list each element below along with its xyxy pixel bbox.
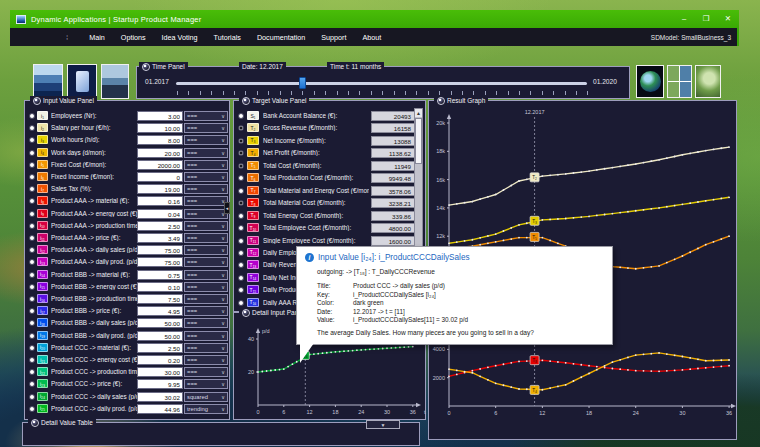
input-value-field[interactable]: 8.00 xyxy=(137,135,183,145)
menu-item-options[interactable]: Options xyxy=(113,33,154,42)
input-radio[interactable] xyxy=(29,284,35,290)
nav-thumbnail-door[interactable] xyxy=(67,64,97,99)
input-radio[interactable] xyxy=(29,259,35,265)
menu-item-main[interactable]: Main xyxy=(81,33,113,42)
menu-grip-icon[interactable]: ⁞ xyxy=(66,33,67,42)
input-mode-dropdown[interactable]: ===∨ xyxy=(184,209,228,219)
target-radio[interactable] xyxy=(238,200,244,206)
input-value-field[interactable]: 75.00 xyxy=(137,257,183,267)
input-value-field[interactable]: 3.00 xyxy=(137,111,183,121)
maximize-button[interactable]: ❐ xyxy=(695,10,717,28)
input-value-field[interactable]: 4.95 xyxy=(137,306,183,316)
target-radio[interactable] xyxy=(238,138,244,144)
input-value-field[interactable]: 0.16 xyxy=(137,196,183,206)
input-value-field[interactable]: 10.00 xyxy=(137,123,183,133)
scrollbar-thumb[interactable] xyxy=(415,118,422,164)
input-radio[interactable] xyxy=(29,235,35,241)
input-value-field[interactable]: 3.49 xyxy=(137,233,183,243)
input-mode-dropdown[interactable]: ===∨ xyxy=(184,123,228,133)
time-slider-track[interactable] xyxy=(176,82,587,85)
menu-item-idea-voting[interactable]: Idea Voting xyxy=(154,33,206,42)
garden-button[interactable] xyxy=(695,65,721,98)
input-value-field[interactable]: 2.50 xyxy=(137,343,183,353)
input-radio[interactable] xyxy=(29,198,35,204)
panel-splitter-handle[interactable]: ◂ xyxy=(224,202,230,214)
input-mode-dropdown[interactable]: ===∨ xyxy=(184,367,228,377)
input-mode-dropdown[interactable]: ===∨ xyxy=(184,245,228,255)
input-value-field[interactable]: 19.00 xyxy=(137,184,183,194)
input-mode-dropdown[interactable]: trending∨ xyxy=(184,404,228,414)
input-value-field[interactable]: 0.10 xyxy=(137,282,183,292)
input-mode-dropdown[interactable]: ===∨ xyxy=(184,270,228,280)
input-value-field[interactable]: 2000.00 xyxy=(137,160,183,170)
input-radio[interactable] xyxy=(29,162,35,168)
menu-item-about[interactable]: About xyxy=(354,33,389,42)
input-radio[interactable] xyxy=(29,320,35,326)
input-radio[interactable] xyxy=(29,357,35,363)
target-radio[interactable] xyxy=(238,113,244,119)
input-value-field[interactable]: 20.00 xyxy=(137,148,183,158)
minimize-button[interactable]: – xyxy=(673,10,695,28)
input-value-field[interactable]: 30.00 xyxy=(137,367,183,377)
input-radio[interactable] xyxy=(29,381,35,387)
input-radio[interactable] xyxy=(29,308,35,314)
input-radio[interactable] xyxy=(29,223,35,229)
input-radio[interactable] xyxy=(29,174,35,180)
nav-thumbnail-harbor[interactable] xyxy=(101,64,129,99)
input-value-field[interactable]: 9.95 xyxy=(137,379,183,389)
input-radio[interactable] xyxy=(29,296,35,302)
input-radio[interactable] xyxy=(29,137,35,143)
target-radio[interactable] xyxy=(238,188,244,194)
input-value-field[interactable]: 7.50 xyxy=(137,294,183,304)
target-radio[interactable] xyxy=(238,175,244,181)
input-radio[interactable] xyxy=(29,406,35,412)
input-mode-dropdown[interactable]: ===∨ xyxy=(184,172,228,182)
input-mode-dropdown[interactable]: ===∨ xyxy=(184,184,228,194)
input-mode-dropdown[interactable]: squared∨ xyxy=(184,392,228,402)
input-radio[interactable] xyxy=(29,247,35,253)
menu-item-support[interactable]: Support xyxy=(313,33,354,42)
input-mode-dropdown[interactable]: ===∨ xyxy=(184,282,228,292)
input-radio[interactable] xyxy=(29,113,35,119)
input-value-field[interactable]: 44.96 xyxy=(137,404,183,414)
menu-item-documentation[interactable]: Documentation xyxy=(249,33,313,42)
input-mode-dropdown[interactable]: ===∨ xyxy=(184,221,228,231)
input-radio[interactable] xyxy=(29,186,35,192)
input-radio[interactable] xyxy=(29,394,35,400)
menu-item-tutorials[interactable]: Tutorials xyxy=(206,33,249,42)
target-radio[interactable] xyxy=(238,225,244,231)
input-radio[interactable] xyxy=(29,345,35,351)
input-value-field[interactable]: 30.02 xyxy=(137,392,183,402)
input-radio[interactable] xyxy=(29,125,35,131)
input-value-field[interactable]: 0 xyxy=(137,172,183,182)
input-value-field[interactable]: 50.00 xyxy=(137,331,183,341)
input-value-field[interactable]: 0.04 xyxy=(137,209,183,219)
input-radio[interactable] xyxy=(29,272,35,278)
time-slider-thumb[interactable] xyxy=(299,77,306,89)
input-mode-dropdown[interactable]: ===∨ xyxy=(184,318,228,328)
title-bar[interactable]: Dynamic Applications | Startup Product M… xyxy=(10,10,739,28)
input-mode-dropdown[interactable]: ===∨ xyxy=(184,331,228,341)
input-mode-dropdown[interactable]: ===∨ xyxy=(184,233,228,243)
input-mode-dropdown[interactable]: ===∨ xyxy=(184,111,228,121)
input-mode-dropdown[interactable]: ===∨ xyxy=(184,196,228,206)
target-radio[interactable] xyxy=(238,238,244,244)
input-mode-dropdown[interactable]: ===∨ xyxy=(184,148,228,158)
input-mode-dropdown[interactable]: ===∨ xyxy=(184,355,228,365)
target-radio[interactable] xyxy=(238,213,244,219)
input-value-field[interactable]: 0.75 xyxy=(137,270,183,280)
input-value-field[interactable]: 75.00 xyxy=(137,245,183,255)
input-value-field[interactable]: 2.50 xyxy=(137,221,183,231)
target-radio[interactable] xyxy=(238,250,244,256)
scroll-up-icon[interactable]: ▲ xyxy=(415,109,422,117)
globe-button[interactable] xyxy=(636,65,664,98)
collapse-expander-button[interactable]: ▼ xyxy=(366,420,400,429)
close-button[interactable]: ✕ xyxy=(717,10,739,28)
target-radio[interactable] xyxy=(238,275,244,281)
target-radio[interactable] xyxy=(238,150,244,156)
gallery-grid-button[interactable] xyxy=(667,65,692,98)
input-value-field[interactable]: 50.00 xyxy=(137,318,183,328)
target-radio[interactable] xyxy=(238,163,244,169)
input-radio[interactable] xyxy=(29,211,35,217)
input-radio[interactable] xyxy=(29,369,35,375)
